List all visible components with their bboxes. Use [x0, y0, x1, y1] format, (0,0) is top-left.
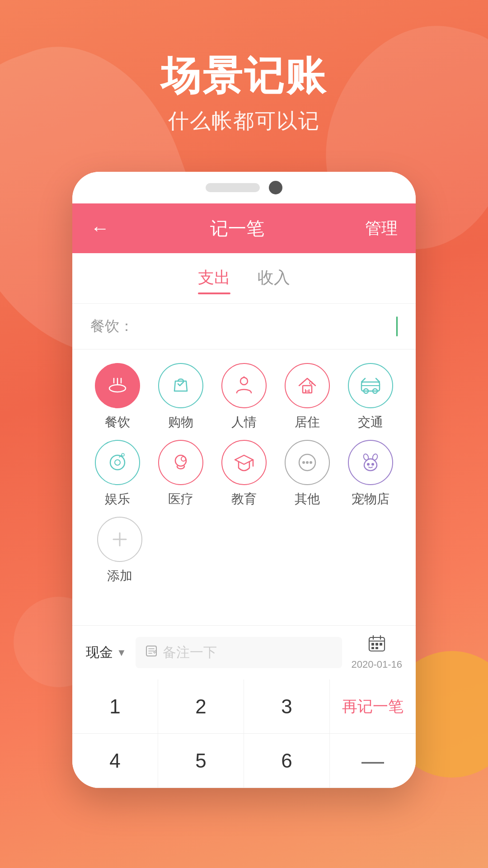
entertainment-icon-wrap [95, 440, 140, 485]
calendar-icon [368, 635, 386, 657]
date-label: 2020-01-16 [351, 659, 402, 670]
education-icon-wrap [221, 440, 267, 485]
shopping-icon-wrap [158, 363, 203, 408]
key-again[interactable]: 再记一笔 [330, 679, 416, 734]
svg-rect-41 [371, 647, 374, 649]
key-4[interactable]: 4 [72, 734, 158, 788]
input-label: 餐饮： [90, 316, 134, 336]
phone-mockup: ← 记一笔 管理 支出 收入 餐饮： [72, 172, 416, 788]
note-area[interactable]: 备注一下 [136, 637, 343, 668]
numpad: 1 2 3 再记一笔 4 5 6 — [72, 679, 416, 788]
sub-title: 什么帐都可以记 [0, 107, 488, 135]
social-label: 人情 [231, 414, 257, 431]
category-grid: 餐饮 购物 [72, 349, 416, 625]
payment-arrow: ▼ [117, 647, 127, 659]
add-icon-wrap [97, 517, 142, 562]
date-section[interactable]: 2020-01-16 [351, 635, 402, 670]
svg-rect-38 [371, 643, 374, 646]
key-3[interactable]: 3 [244, 679, 330, 734]
transport-label: 交通 [358, 414, 383, 431]
category-other[interactable]: 其他 [280, 440, 334, 508]
category-social[interactable]: 人情 [217, 363, 271, 431]
category-entertainment[interactable]: 娱乐 [90, 440, 145, 508]
svg-point-14 [115, 460, 120, 465]
phone-camera [269, 181, 282, 194]
svg-point-26 [367, 463, 370, 466]
medical-label: 医疗 [168, 491, 193, 508]
app-header: ← 记一笔 管理 [72, 203, 416, 253]
category-dining[interactable]: 餐饮 [90, 363, 145, 431]
svg-point-4 [240, 377, 248, 385]
tab-expense[interactable]: 支出 [198, 267, 230, 294]
svg-point-13 [110, 455, 125, 470]
category-shopping[interactable]: 购物 [154, 363, 208, 431]
medical-icon-wrap [158, 440, 203, 485]
svg-rect-40 [380, 643, 382, 646]
key-2[interactable]: 2 [158, 679, 244, 734]
svg-point-27 [371, 463, 374, 466]
bottom-controls: 现金 ▼ 备注一下 [72, 625, 416, 679]
svg-point-24 [363, 453, 369, 461]
category-row-1: 餐饮 购物 [81, 359, 407, 435]
key-dash[interactable]: — [330, 734, 416, 788]
category-education[interactable]: 教育 [217, 440, 271, 508]
main-title: 场景记账 [0, 54, 488, 98]
dining-label: 餐饮 [105, 414, 130, 431]
phone-top-bar [72, 172, 416, 203]
svg-point-16 [122, 453, 124, 456]
note-icon [145, 644, 158, 661]
category-row-2: 娱乐 医疗 [81, 435, 407, 512]
home-icon-wrap [285, 363, 330, 408]
add-label: 添加 [107, 567, 132, 585]
education-label: 教育 [231, 491, 257, 508]
svg-rect-39 [375, 643, 378, 646]
svg-rect-42 [375, 647, 378, 649]
svg-point-18 [181, 457, 186, 461]
category-home[interactable]: 居住 [280, 363, 334, 431]
category-medical[interactable]: 医疗 [154, 440, 208, 508]
back-button[interactable]: ← [90, 217, 109, 239]
home-label: 居住 [295, 414, 320, 431]
app-title: 记一笔 [210, 216, 264, 241]
note-placeholder: 备注一下 [163, 643, 217, 662]
phone-speaker [206, 183, 260, 192]
cursor [396, 316, 398, 336]
svg-point-21 [302, 461, 305, 464]
other-icon-wrap [285, 440, 330, 485]
payment-label: 现金 [86, 643, 113, 662]
pet-label: 宠物店 [352, 491, 389, 508]
svg-rect-5 [303, 386, 312, 393]
category-add[interactable]: 添加 [90, 517, 149, 585]
category-transport[interactable]: 交通 [343, 363, 398, 431]
spacer [81, 589, 407, 616]
transport-icon-wrap [348, 363, 393, 408]
entertainment-label: 娱乐 [105, 491, 130, 508]
manage-button[interactable]: 管理 [365, 217, 398, 240]
svg-point-22 [306, 461, 309, 464]
tab-income[interactable]: 收入 [258, 267, 290, 294]
key-1[interactable]: 1 [72, 679, 158, 734]
dining-icon-wrap [95, 363, 140, 408]
svg-point-23 [310, 461, 312, 464]
pet-icon-wrap [348, 440, 393, 485]
svg-point-25 [372, 453, 378, 461]
tabs-row: 支出 收入 [72, 253, 416, 304]
category-row-3: 添加 [81, 512, 407, 589]
category-pet[interactable]: 宠物店 [343, 440, 398, 508]
header-section: 场景记账 什么帐都可以记 [0, 0, 488, 135]
svg-point-0 [109, 385, 126, 392]
payment-selector[interactable]: 现金 ▼ [86, 643, 127, 662]
social-icon-wrap [221, 363, 267, 408]
shopping-label: 购物 [168, 414, 193, 431]
key-5[interactable]: 5 [158, 734, 244, 788]
input-row: 餐饮： [72, 304, 416, 349]
other-label: 其他 [295, 491, 320, 508]
key-6[interactable]: 6 [244, 734, 330, 788]
